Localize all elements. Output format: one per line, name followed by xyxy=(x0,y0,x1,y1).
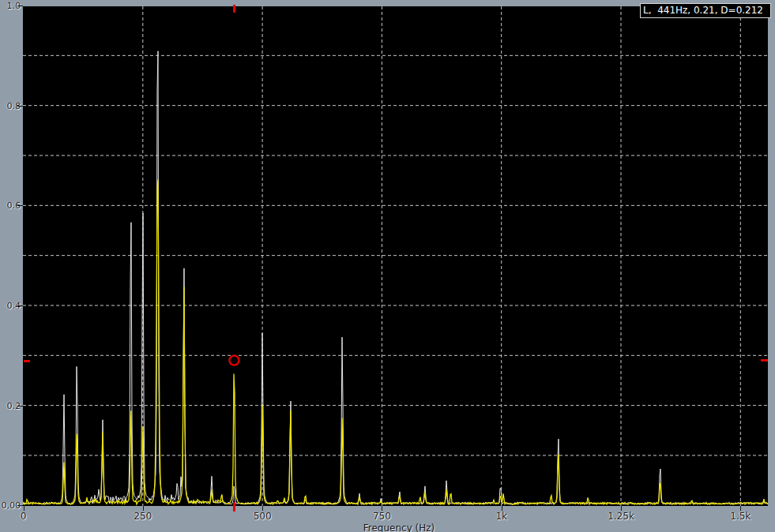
y-tick-mark xyxy=(17,406,23,406)
y-tick-mark xyxy=(17,205,23,206)
cursor-readout-legend: L, 441Hz, 0.21, D=0.212 xyxy=(640,3,771,18)
x-tick-label: 1.5k xyxy=(717,511,764,522)
x-tick-label: 750 xyxy=(358,511,405,522)
x-axis-title: Frequency (Hz) xyxy=(320,523,478,532)
cursor-top-marker[interactable] xyxy=(233,5,235,13)
cursor-circle-marker[interactable] xyxy=(229,356,239,365)
spectrum-analyzer-window: 1.00.80.60.40.20,00 02505007501k1.25k1.5… xyxy=(0,0,775,532)
x-tick-label: 500 xyxy=(239,511,286,522)
spectrum-plot-area[interactable] xyxy=(23,6,768,506)
trace-R xyxy=(23,51,768,504)
x-tick-label: 0 xyxy=(0,511,47,522)
y-tick-mark xyxy=(17,106,23,107)
y-tick-mark xyxy=(17,305,23,306)
cursor-right-marker[interactable] xyxy=(761,359,768,362)
x-tick-label: 1.25k xyxy=(597,511,645,522)
y-tick-mark xyxy=(17,6,23,6)
x-tick-label: 1k xyxy=(478,511,525,522)
y-tick-mark xyxy=(17,505,23,506)
cursor-bottom-marker[interactable] xyxy=(233,502,235,511)
x-tick-label: 250 xyxy=(119,511,167,522)
spectrum-canvas[interactable] xyxy=(23,6,768,506)
cursor-left-marker[interactable] xyxy=(24,360,30,362)
